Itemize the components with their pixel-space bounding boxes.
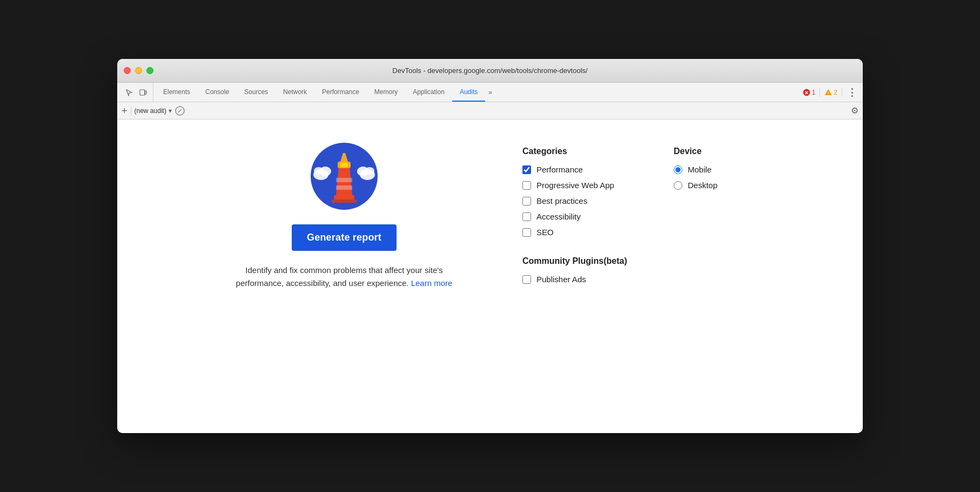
category-best-practices-checkbox[interactable] bbox=[522, 197, 531, 205]
nav-icon-group bbox=[119, 83, 153, 102]
category-performance-checkbox[interactable] bbox=[522, 165, 531, 174]
lighthouse-logo bbox=[309, 141, 379, 211]
svg-rect-16 bbox=[334, 195, 354, 200]
device-desktop-row: Desktop bbox=[674, 181, 749, 190]
audit-dropdown-arrow[interactable]: ▾ bbox=[169, 107, 172, 115]
nav-right: ✕ 1 ! 2 ⋮ bbox=[800, 83, 861, 102]
plugin-publisher-ads-checkbox[interactable] bbox=[522, 275, 531, 284]
title-bar: DevTools - developers.google.com/web/too… bbox=[117, 59, 863, 83]
learn-more-link[interactable]: Learn more bbox=[411, 278, 453, 288]
devtools-nav: Elements Console Sources Network Perform… bbox=[117, 83, 863, 102]
devtools-toolbar2: + (new audit) ▾ ⚙ bbox=[117, 102, 863, 119]
svg-rect-18 bbox=[336, 178, 352, 182]
warning-icon: ! bbox=[824, 89, 832, 96]
toolbar2-separator bbox=[131, 106, 131, 116]
category-accessibility-checkbox[interactable] bbox=[522, 212, 531, 221]
category-seo-row: SEO bbox=[522, 228, 641, 237]
block-network-button[interactable] bbox=[175, 106, 185, 116]
category-best-practices-row: Best practices bbox=[522, 196, 641, 205]
device-mobile-radio[interactable] bbox=[674, 165, 682, 174]
svg-rect-0 bbox=[140, 90, 145, 95]
categories-plugins-col: Categories Performance Progressive Web A… bbox=[522, 147, 641, 290]
description-text: Identify and fix common problems that af… bbox=[231, 264, 458, 290]
svg-text:✕: ✕ bbox=[804, 90, 809, 96]
left-section: Generate report Identify and fix common … bbox=[231, 141, 458, 290]
nav-tabs: Elements Console Sources Network Perform… bbox=[156, 83, 800, 102]
category-pwa-label[interactable]: Progressive Web App bbox=[536, 181, 614, 190]
category-pwa-row: Progressive Web App bbox=[522, 181, 641, 190]
plugin-publisher-ads-row: Publisher Ads bbox=[522, 275, 641, 284]
close-button[interactable] bbox=[124, 67, 131, 74]
maximize-button[interactable] bbox=[146, 67, 153, 74]
devtools-body: Generate report Identify and fix common … bbox=[117, 119, 863, 433]
plugins-title: Community Plugins(beta) bbox=[522, 256, 641, 266]
device-title: Device bbox=[674, 147, 749, 156]
svg-rect-15 bbox=[340, 163, 348, 167]
add-audit-button[interactable]: + bbox=[122, 106, 127, 116]
categories-section: Categories Performance Progressive Web A… bbox=[522, 147, 641, 237]
plugins-section: Community Plugins(beta) Publisher Ads bbox=[522, 256, 641, 284]
tab-elements[interactable]: Elements bbox=[156, 83, 198, 102]
category-pwa-checkbox[interactable] bbox=[522, 181, 531, 190]
generate-report-button[interactable]: Generate report bbox=[292, 224, 397, 251]
svg-point-11 bbox=[365, 167, 374, 175]
cursor-icon[interactable] bbox=[123, 86, 136, 99]
audit-select-label: (new audit) bbox=[135, 107, 166, 115]
tab-performance[interactable]: Performance bbox=[314, 83, 367, 102]
right-section: Categories Performance Progressive Web A… bbox=[522, 141, 749, 290]
tab-network[interactable]: Network bbox=[276, 83, 314, 102]
device-toggle-icon[interactable] bbox=[137, 86, 150, 99]
svg-rect-19 bbox=[336, 185, 352, 190]
category-seo-checkbox[interactable] bbox=[522, 228, 531, 237]
tab-audits[interactable]: Audits bbox=[452, 83, 485, 102]
tab-application[interactable]: Application bbox=[405, 83, 452, 102]
tab-console[interactable]: Console bbox=[198, 83, 237, 102]
settings-gear-icon[interactable]: ⚙ bbox=[851, 106, 858, 115]
category-accessibility-label[interactable]: Accessibility bbox=[536, 212, 581, 221]
device-desktop-radio[interactable] bbox=[674, 181, 682, 190]
device-mobile-label[interactable]: Mobile bbox=[688, 165, 711, 174]
warning-badge[interactable]: ! 2 bbox=[824, 89, 837, 96]
nav-more-button[interactable]: » bbox=[485, 83, 495, 102]
badge-separator bbox=[820, 88, 820, 97]
svg-point-8 bbox=[314, 167, 324, 175]
device-desktop-label[interactable]: Desktop bbox=[688, 181, 717, 190]
window-title: DevTools - developers.google.com/web/too… bbox=[392, 67, 587, 75]
error-badge[interactable]: ✕ 1 bbox=[803, 89, 816, 96]
error-icon: ✕ bbox=[803, 89, 810, 96]
category-seo-label[interactable]: SEO bbox=[536, 228, 554, 237]
devtools-window: DevTools - developers.google.com/web/too… bbox=[117, 59, 863, 433]
svg-rect-1 bbox=[145, 91, 146, 94]
traffic-lights bbox=[124, 67, 153, 74]
device-section: Device Mobile Desktop bbox=[674, 147, 749, 290]
more-options-button[interactable]: ⋮ bbox=[847, 87, 857, 98]
plugin-publisher-ads-label[interactable]: Publisher Ads bbox=[536, 275, 586, 284]
device-mobile-row: Mobile bbox=[674, 165, 749, 174]
toolbar2-right: ⚙ bbox=[851, 105, 858, 116]
category-performance-row: Performance bbox=[522, 165, 641, 174]
svg-text:!: ! bbox=[828, 91, 829, 96]
audit-select-wrap: (new audit) ▾ bbox=[135, 107, 172, 115]
badge-separator-2 bbox=[842, 88, 842, 97]
tab-sources[interactable]: Sources bbox=[237, 83, 276, 102]
minimize-button[interactable] bbox=[135, 67, 142, 74]
category-best-practices-label[interactable]: Best practices bbox=[536, 196, 587, 205]
category-accessibility-row: Accessibility bbox=[522, 212, 641, 221]
tab-memory[interactable]: Memory bbox=[367, 83, 405, 102]
svg-rect-17 bbox=[332, 200, 357, 203]
category-performance-label[interactable]: Performance bbox=[536, 165, 583, 174]
categories-title: Categories bbox=[522, 147, 641, 156]
